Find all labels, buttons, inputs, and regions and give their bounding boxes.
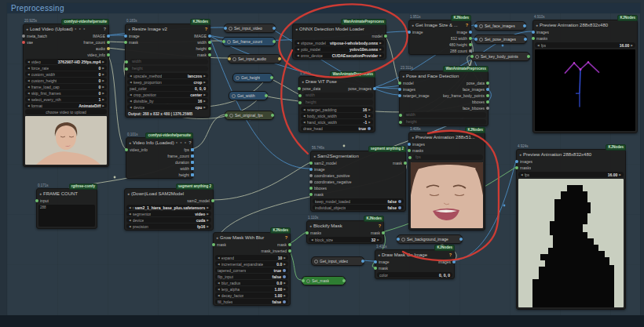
stepper-left-icon[interactable]: ◀ xyxy=(129,225,131,228)
collapse-toggle-icon[interactable]: ● xyxy=(302,79,304,84)
widget-fps[interactable]: ◀fps16.00▶ xyxy=(518,172,624,177)
input-dot-icon[interactable] xyxy=(515,166,518,169)
collapse-toggle-icon[interactable]: ● xyxy=(536,23,538,27)
node-frame-count[interactable]: 0.171srgthree-comfy●FRAME COUNTinput288 xyxy=(36,188,97,229)
collapsed-node-set_face_images[interactable]: Set_face_images xyxy=(474,21,526,31)
stepper-right-icon[interactable]: ▶ xyxy=(203,81,206,84)
stepper-right-icon[interactable]: ▶ xyxy=(102,85,104,89)
widget-decay_factor[interactable]: ◀decay_factor1.00▶ xyxy=(215,292,288,298)
widget-yolo_model[interactable]: ◀yolo_modelyolov10m.onnx▶ xyxy=(295,46,384,52)
input-dot-icon[interactable] xyxy=(222,40,225,43)
output-dot-icon[interactable] xyxy=(342,279,346,282)
output-dot-icon[interactable] xyxy=(208,53,211,56)
input-port-meta_batch[interactable]: meta_batch xyxy=(24,34,47,38)
output-dot-icon[interactable] xyxy=(382,231,385,234)
input-dot-icon[interactable] xyxy=(124,41,127,44)
stepper-left-icon[interactable]: ◀ xyxy=(130,74,132,78)
output-dot-icon[interactable] xyxy=(191,154,194,158)
collapsed-node-set_pose_images[interactable]: Set_pose_images xyxy=(474,35,527,44)
stepper-right-icon[interactable]: ▶ xyxy=(102,60,104,64)
input-dot-icon[interactable] xyxy=(125,148,128,151)
output-dot-icon[interactable] xyxy=(211,199,214,202)
node-title-bar[interactable]: ●Preview Animation 288x832x480 xyxy=(533,20,637,29)
widget-skip_first_frames[interactable]: ◀skip_first_frames0▶ xyxy=(25,90,107,96)
input-port-mask[interactable]: mask xyxy=(312,192,324,197)
output-dot-icon[interactable] xyxy=(107,35,110,38)
output-port-frame_count[interactable]: frame_count xyxy=(167,154,192,158)
stepper-left-icon[interactable]: ◀ xyxy=(27,85,30,89)
collapsed-node-set_input_audio[interactable]: Set_input_audio xyxy=(228,54,281,64)
widget-input-width[interactable]: width xyxy=(299,92,375,99)
output-port-frame_count[interactable]: frame_count xyxy=(83,40,108,45)
widget-keep_proportion[interactable]: ◀keep_proportioncrop▶ xyxy=(127,79,208,85)
collapse-toggle-icon[interactable]: ● xyxy=(216,235,218,240)
widget-custom_width[interactable]: ◀custom_width0▶ xyxy=(25,71,107,77)
output-port-pose_images[interactable]: pose_images xyxy=(348,86,374,91)
node-load-video[interactable]: 20.925scomfyui-videohelpersuite●Load Vid… xyxy=(23,24,109,167)
stepper-right-icon[interactable]: ▶ xyxy=(284,256,286,260)
output-port-pose_data[interactable]: pose_data xyxy=(467,81,487,85)
stepper-left-icon[interactable]: ◀ xyxy=(129,213,131,216)
node-title-bar[interactable]: ●(Down)Load SAM2Model xyxy=(125,189,213,198)
input-port-masks[interactable]: masks xyxy=(534,36,547,41)
widget-onnx_device[interactable]: ◀onnx_deviceCUDAExecutionProvider▶ xyxy=(295,53,384,58)
input-dot-icon[interactable] xyxy=(225,114,228,117)
output-port-mask[interactable]: mask xyxy=(393,161,404,165)
output-dot-icon[interactable] xyxy=(271,114,274,117)
collapse-toggle-icon[interactable] xyxy=(479,38,483,42)
node-onnx-loader[interactable]: WanAnimatePreprocess●ONNX Detection Mode… xyxy=(292,24,386,60)
widget-pad_color[interactable]: pad_color0, 0, 0 xyxy=(127,85,208,91)
widget-body_stick_width[interactable]: ◀body_stick_width-1▶ xyxy=(301,113,373,118)
collapsed-node-set_original_fps[interactable]: Set_original_fps xyxy=(225,111,274,120)
output-port-fps[interactable]: fps xyxy=(184,147,192,152)
input-port-mask[interactable]: mask xyxy=(214,242,226,247)
output-dot-icon[interactable] xyxy=(265,94,268,97)
widget-vitpose_model[interactable]: ◀vitpose_modelvitpose-l-wholebody.onnx▶ xyxy=(295,40,384,45)
node-title-bar[interactable]: ●Get Image Size & ...? xyxy=(409,20,470,29)
output-port-mask[interactable]: mask xyxy=(277,242,289,247)
input-dot-icon[interactable] xyxy=(298,101,302,104)
stepper-left-icon[interactable]: ◀ xyxy=(218,282,220,285)
header-menu-icons[interactable]: ● ● ● xyxy=(75,27,86,31)
node-preview-animation-pose[interactable]: 4.910sKJNodes●Preview Animation 288x832x… xyxy=(532,20,638,133)
widget-blur_radius[interactable]: ◀blur_radius0.0▶ xyxy=(215,280,288,285)
output-dot-icon[interactable] xyxy=(486,88,489,91)
collapse-toggle-icon[interactable] xyxy=(229,114,233,118)
node-preview-animation-face[interactable]: 3.406sKJNodes●Preview Animation 288x51..… xyxy=(408,132,485,231)
collapse-toggle-icon[interactable] xyxy=(401,238,405,242)
widget-select_every_nth[interactable]: ◀select_every_nth1▶ xyxy=(25,96,107,102)
input-dot-icon[interactable] xyxy=(309,193,313,196)
input-dot-icon[interactable] xyxy=(470,55,474,58)
collapsed-node-get_width[interactable]: Get_width xyxy=(229,91,268,100)
stepper-left-icon[interactable]: ◀ xyxy=(218,288,220,291)
output-port-832 width[interactable]: 832 width xyxy=(451,36,470,41)
collapse-toggle-icon[interactable] xyxy=(479,24,483,28)
output-dot-icon[interactable] xyxy=(288,249,291,253)
input-dot-icon[interactable] xyxy=(397,238,400,241)
output-dot-icon[interactable] xyxy=(486,100,489,104)
toggle-knob-icon[interactable] xyxy=(283,275,286,278)
collapse-toggle-icon[interactable]: ● xyxy=(128,27,130,31)
stepper-left-icon[interactable]: ◀ xyxy=(27,67,30,70)
collapsed-node-get_input_video[interactable]: Get_input_video xyxy=(311,256,364,266)
collapse-toggle-icon[interactable] xyxy=(227,40,231,44)
input-dot-icon[interactable] xyxy=(398,82,401,85)
widget-draw_head[interactable]: draw_headtrue xyxy=(301,125,373,131)
collapse-toggle-icon[interactable]: ● xyxy=(519,152,521,157)
widget-input-width[interactable]: width xyxy=(400,111,488,118)
collapsed-node-set_key_body_points[interactable]: Set_key_body_points xyxy=(470,52,530,61)
widget-button[interactable]: choose video to upload xyxy=(25,109,107,114)
input-port-pose_data[interactable]: pose_data xyxy=(300,86,320,91)
output-dot-icon[interactable] xyxy=(452,260,456,263)
widget-lerp_alpha[interactable]: ◀lerp_alpha1.00▶ xyxy=(215,286,288,292)
stepper-right-icon[interactable]: ▶ xyxy=(102,67,104,70)
output-dot-icon[interactable] xyxy=(486,82,489,85)
stepper-left-icon[interactable]: ◀ xyxy=(303,114,306,118)
stepper-right-icon[interactable]: ▶ xyxy=(102,92,104,95)
node-title-bar[interactable]: ●Draw ViT Pose xyxy=(299,77,375,85)
widget-individual_objects[interactable]: individual_objectsfalse xyxy=(313,205,404,210)
output-port-image[interactable]: image xyxy=(456,30,470,35)
node-resize-image[interactable]: 0.183sKJNodes●Resize Image v2?imageIMAGE… xyxy=(125,24,210,118)
output-port-sam2_model[interactable]: sam2_model xyxy=(187,198,212,203)
widget-crop_position[interactable]: ◀crop_positioncenter▶ xyxy=(127,92,208,97)
